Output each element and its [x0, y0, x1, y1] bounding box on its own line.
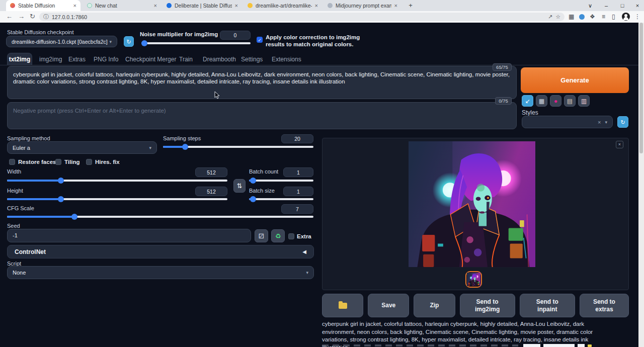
site-favicon	[328, 3, 333, 8]
tab-close-icon[interactable]: ×	[154, 3, 157, 9]
chevron-down-icon: ▾	[109, 39, 112, 44]
paste-params-button[interactable]: ↙	[522, 95, 533, 107]
tab-png-info[interactable]: PNG Info	[94, 56, 118, 63]
hires-fix-checkbox[interactable]	[86, 159, 92, 165]
bookmark-star-icon[interactable]: ☆	[555, 14, 560, 20]
script-value: None	[13, 270, 26, 276]
random-seed-dice-button[interactable]: ⚂	[255, 229, 268, 242]
puzzle-extensions-icon[interactable]: ❖	[590, 13, 595, 20]
tab-txt2img[interactable]: txt2img	[7, 53, 32, 65]
seed-input[interactable]: -1	[7, 229, 251, 242]
generate-button[interactable]: Generate	[521, 67, 629, 93]
tab-settings[interactable]: Settings	[241, 56, 263, 63]
browser-tab-deliberate[interactable]: Deliberate | Stable Diffusion Che ×	[163, 0, 242, 11]
styles-refresh-button[interactable]: ↻	[617, 116, 628, 128]
extra-seed-checkbox[interactable]	[288, 233, 294, 239]
window-minimize-button[interactable]: –	[599, 0, 614, 11]
negative-prompt-textarea[interactable]: Negative prompt (press Ctrl+Enter or Alt…	[7, 102, 517, 129]
cfg-scale-value[interactable]: 7	[281, 204, 313, 214]
browser-menu-chevron-icon[interactable]: ∨	[583, 0, 598, 11]
browser-menu-dots-icon[interactable]: ⋮	[634, 13, 640, 20]
browser-tab-midjourney[interactable]: Midjourney prompt examples : L ×	[324, 0, 401, 11]
swap-dimensions-button[interactable]: ⇅	[233, 179, 246, 193]
generation-info-text: cyberpunk girl in jacket, colorful tatto…	[322, 320, 613, 347]
tab-close-icon[interactable]: ×	[394, 3, 397, 9]
extension-grid-icon[interactable]: ▦	[569, 13, 574, 20]
tab-checkpoint-merger[interactable]: Checkpoint Merger	[125, 56, 176, 63]
tab-extras[interactable]: Extras	[68, 56, 86, 63]
hires-fix-label: Hires. fix	[95, 159, 120, 165]
reuse-seed-recycle-button[interactable]: ♻	[271, 229, 285, 242]
batch-size-slider[interactable]	[249, 196, 313, 202]
browser-tab-new-chat[interactable]: New chat ×	[83, 0, 161, 11]
window-maximize-button[interactable]: □	[615, 0, 630, 11]
generated-image[interactable]	[409, 139, 535, 269]
checkpoint-refresh-button[interactable]: ↻	[124, 36, 134, 47]
tiling-checkbox[interactable]	[55, 159, 61, 165]
controlnet-accordion[interactable]: ControlNet ◀	[7, 245, 314, 258]
gallery-close-icon[interactable]: ×	[616, 141, 623, 148]
height-value[interactable]: 512	[195, 187, 227, 196]
styles-clear-icon[interactable]: ×	[598, 119, 601, 125]
restore-faces-checkbox[interactable]	[9, 159, 15, 165]
checkpoint-dropdown[interactable]: dreamlike-diffusion-1.0.ckpt [0aecbcfa2c…	[6, 36, 117, 47]
reload-icon[interactable]: ↻	[30, 13, 35, 20]
browser-tab-dreamlike[interactable]: dreamlike-art/dreamlike-diffusio ×	[244, 0, 322, 11]
address-bar[interactable]: ⓘ 127.0.0.1:7860 ↗ ☆	[39, 13, 565, 21]
cfg-scale-label: CFG Scale	[7, 205, 34, 211]
script-dropdown[interactable]: None ▾	[7, 266, 314, 279]
reading-list-icon[interactable]: ≡	[602, 13, 605, 20]
noise-multiplier-slider[interactable]	[141, 40, 251, 46]
styles-dropdown[interactable]: × ▾	[522, 116, 613, 128]
clear-prompt-button[interactable]: ▦	[536, 95, 547, 107]
tab-close-icon[interactable]: ×	[315, 3, 318, 9]
back-icon[interactable]: ←	[6, 13, 13, 20]
tab-dreambooth[interactable]: Dreambooth	[203, 56, 236, 63]
apply-style-button[interactable]: ▤	[564, 95, 576, 107]
restore-faces-label: Restore faces	[18, 159, 56, 165]
tab-close-icon[interactable]: ×	[73, 3, 76, 9]
open-folder-button[interactable]	[322, 294, 363, 317]
extra-networks-button[interactable]: ●	[550, 95, 561, 107]
extension-dot-icon[interactable]	[579, 14, 585, 20]
window-close-button[interactable]: ×	[630, 0, 644, 11]
batch-count-value[interactable]: 1	[283, 167, 313, 177]
tab-train[interactable]: Train	[179, 56, 193, 63]
prompt-textarea[interactable]: cyberpunk girl in jacket, colorful tatto…	[7, 66, 517, 99]
profile-avatar[interactable]	[622, 13, 630, 21]
chevron-down-icon: ▾	[149, 145, 151, 150]
noise-multiplier-value[interactable]: 0	[220, 31, 251, 40]
color-correction-checkbox[interactable]: ✓	[257, 37, 263, 43]
sampling-steps-slider[interactable]	[163, 144, 313, 150]
scrollbar-thumb[interactable]	[639, 23, 643, 153]
zip-button[interactable]: Zip	[414, 294, 455, 317]
width-value[interactable]: 512	[195, 167, 227, 177]
send-to-extras-button[interactable]: Send to extras	[580, 294, 629, 317]
folder-icon	[339, 303, 347, 309]
new-tab-button[interactable]: +	[407, 2, 415, 10]
url-text[interactable]: 127.0.0.1:7860	[52, 14, 87, 20]
tab-extensions[interactable]: Extensions	[272, 56, 301, 63]
send-to-inpaint-button[interactable]: Send to inpaint	[520, 294, 575, 317]
gallery-thumbnail-selected[interactable]	[465, 271, 482, 288]
sampling-steps-value[interactable]: 20	[281, 134, 313, 143]
browser-tab-stable-diffusion[interactable]: Stable Diffusion ×	[6, 0, 80, 11]
browser-tab-title: Midjourney prompt examples : L	[336, 3, 391, 9]
save-button[interactable]: Save	[368, 294, 409, 317]
sampling-method-dropdown[interactable]: Euler a ▾	[7, 141, 157, 154]
forward-icon[interactable]: →	[18, 13, 25, 20]
batch-count-slider[interactable]	[249, 178, 313, 184]
batch-size-value[interactable]: 1	[283, 187, 313, 196]
sampling-method-value: Euler a	[13, 145, 30, 151]
height-slider[interactable]	[7, 196, 227, 202]
tab-close-icon[interactable]: ×	[235, 3, 238, 9]
styles-label: Styles	[522, 109, 538, 116]
save-style-button[interactable]: ▥	[578, 95, 590, 107]
site-info-icon[interactable]: ⓘ	[43, 13, 49, 21]
width-slider[interactable]	[7, 178, 227, 184]
cfg-scale-slider[interactable]	[7, 214, 313, 220]
tab-img2img[interactable]: img2img	[39, 56, 62, 63]
share-icon[interactable]: ↗	[548, 14, 552, 20]
send-to-img2img-button[interactable]: Send to img2img	[460, 294, 515, 317]
side-panel-icon[interactable]: ▯	[612, 13, 615, 20]
